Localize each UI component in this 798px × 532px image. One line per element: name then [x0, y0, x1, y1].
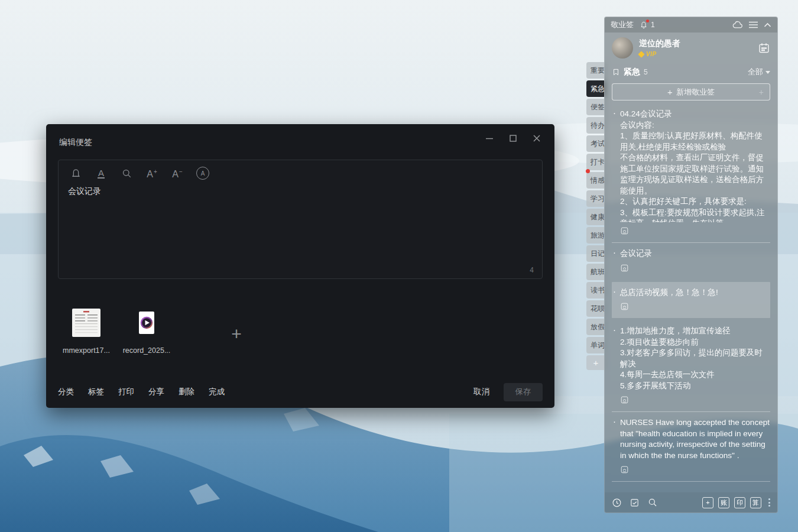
add-attachment-button[interactable]: +: [208, 309, 265, 355]
category-tab[interactable]: 旅游: [586, 227, 605, 244]
editor-actions: 分类 标签 打印 分享 删除 完成: [58, 387, 225, 397]
attachment-filename: mmexport17...: [58, 346, 115, 355]
category-row: 紧急 5 全部: [612, 66, 770, 79]
note-text: 会议记录: [620, 248, 770, 259]
category-tab[interactable]: 单词: [586, 337, 605, 353]
notification-count: 1: [651, 21, 655, 29]
attachment-icon: [620, 465, 770, 476]
notification-dot: [586, 169, 590, 173]
reminder-bell-icon[interactable]: [69, 167, 82, 180]
attachments-row: mmexport17... record_2025... +: [58, 309, 265, 355]
read-aloud-icon[interactable]: A: [196, 167, 209, 180]
category-tab[interactable]: 便签: [586, 99, 605, 115]
more-options-icon[interactable]: [768, 498, 770, 507]
image-thumbnail: [72, 309, 100, 337]
delete-button[interactable]: 删除: [179, 387, 194, 397]
minimize-button[interactable]: [481, 131, 498, 145]
user-row: 逆位的愚者 VIP: [612, 35, 770, 61]
notification-bell-icon[interactable]: [640, 21, 648, 29]
note-item[interactable]: NURSES Have long accepted the concept th…: [612, 412, 770, 482]
label-button[interactable]: 标签: [88, 387, 104, 397]
quick-add-icon: +: [759, 87, 764, 97]
avatar[interactable]: [612, 37, 633, 59]
font-increase-icon[interactable]: A+: [145, 167, 158, 180]
note-text: 04.24会议记录 会议内容: 1、质量控制:认真把好原材料、构配件使用关,杜绝…: [620, 109, 770, 222]
app-title: 敬业签: [611, 20, 634, 30]
attachment-filename: record_2025...: [118, 346, 175, 355]
video-file-icon: [132, 309, 161, 337]
category-tab[interactable]: 情感: [586, 172, 605, 189]
menu-icon[interactable]: [749, 21, 758, 28]
category-tab-active[interactable]: 紧急: [586, 80, 605, 97]
todo-check-icon[interactable]: [630, 498, 640, 508]
calculator-button[interactable]: 算: [750, 497, 761, 508]
note-item[interactable]: 会议记录: [612, 243, 770, 280]
ledger-button[interactable]: 账: [718, 497, 729, 508]
vip-badge: VIP: [639, 51, 680, 57]
category-tab[interactable]: 打卡: [586, 154, 605, 170]
filter-dropdown[interactable]: 全部: [748, 67, 770, 77]
note-toolbar: A A+ A− A: [69, 167, 209, 180]
category-tab[interactable]: 重要: [586, 62, 605, 79]
category-tab[interactable]: 读书: [586, 282, 605, 299]
search-in-note-icon[interactable]: [120, 167, 133, 180]
maximize-button[interactable]: [505, 131, 521, 145]
close-button[interactable]: [528, 131, 545, 145]
chevron-down-icon: [765, 71, 770, 74]
classify-button[interactable]: 分类: [58, 387, 74, 397]
note-text: 总店活动视频，急！急！急!: [620, 287, 770, 299]
category-tab[interactable]: 考试: [586, 135, 605, 152]
share-button[interactable]: 分享: [148, 387, 164, 397]
user-name: 逆位的愚者: [639, 38, 680, 49]
panel-footer: + 账 印 算: [605, 492, 777, 512]
editor-footer: 分类 标签 打印 分享 删除 完成 取消 保存: [58, 382, 543, 402]
note-edit-area[interactable]: A A+ A− A 会议记录 4: [58, 160, 543, 279]
attachment-icon: [620, 226, 770, 238]
category-tab[interactable]: 日记: [586, 245, 605, 262]
cloud-sync-icon[interactable]: [732, 21, 743, 29]
category-tab[interactable]: 航班: [586, 264, 605, 280]
calendar-icon[interactable]: [758, 42, 770, 54]
char-count: 4: [530, 266, 534, 274]
bookmark-icon: [612, 68, 620, 76]
search-icon[interactable]: [647, 497, 658, 508]
note-item[interactable]: 04.24会议记录 会议内容: 1、质量控制:认真把好原材料、构配件使用关,杜绝…: [612, 103, 770, 243]
complete-button[interactable]: 完成: [209, 387, 225, 397]
edit-note-window: 编辑便签 A A+ A−: [46, 124, 554, 408]
print-button[interactable]: 印: [734, 497, 745, 508]
category-tabs-strip: 重要 紧急 便签 待办 考试 打卡 情感 学习 健康 旅游 日记 航班 读书 花…: [586, 62, 605, 372]
cancel-button[interactable]: 取消: [473, 387, 489, 397]
note-text: NURSES Have long accepted the concept th…: [620, 417, 770, 461]
category-tab[interactable]: 待办: [586, 117, 605, 134]
close-icon: [533, 134, 541, 142]
notes-panel: 敬业签 1 逆位的愚者 VIP: [604, 17, 778, 513]
note-item-selected[interactable]: 总店活动视频，急！急！急!: [612, 282, 770, 319]
save-button[interactable]: 保存: [504, 383, 543, 401]
note-item[interactable]: 1.增加地推力度，增加宣传途径 2.项目收益要稳步向前 3.对老客户多多回访，提…: [612, 320, 770, 412]
add-category-tab[interactable]: +: [586, 355, 605, 370]
category-tab[interactable]: 健康: [586, 209, 605, 225]
panel-header: 敬业签 1: [605, 17, 777, 33]
font-decrease-icon[interactable]: A−: [171, 167, 184, 180]
font-style-icon[interactable]: A: [95, 167, 108, 180]
attachment-icon: [620, 395, 770, 407]
collapse-icon[interactable]: [764, 22, 771, 28]
maximize-icon: [509, 134, 517, 142]
category-tab[interactable]: 花呗: [586, 300, 605, 317]
attachment-video[interactable]: record_2025...: [118, 309, 175, 355]
plus-icon: +: [667, 87, 673, 97]
category-count: 5: [644, 68, 648, 76]
quick-add-note-button[interactable]: +: [702, 497, 713, 508]
note-content-text[interactable]: 会议记录: [68, 186, 101, 197]
window-controls: [481, 131, 545, 145]
category-tab[interactable]: 学习: [586, 190, 605, 207]
unread-dot: [646, 20, 649, 22]
attachment-icon: [620, 264, 770, 275]
attachment-image[interactable]: mmexport17...: [58, 309, 115, 355]
new-note-button[interactable]: + 新增敬业签 +: [612, 83, 770, 100]
note-text: 1.增加地推力度，增加宣传途径 2.项目收益要稳步向前 3.对老客户多多回访，提…: [620, 326, 770, 391]
category-tab[interactable]: 放假: [586, 319, 605, 335]
print-button[interactable]: 打印: [118, 387, 134, 397]
window-title: 编辑便签: [59, 137, 92, 148]
time-reminder-icon[interactable]: [612, 498, 622, 508]
